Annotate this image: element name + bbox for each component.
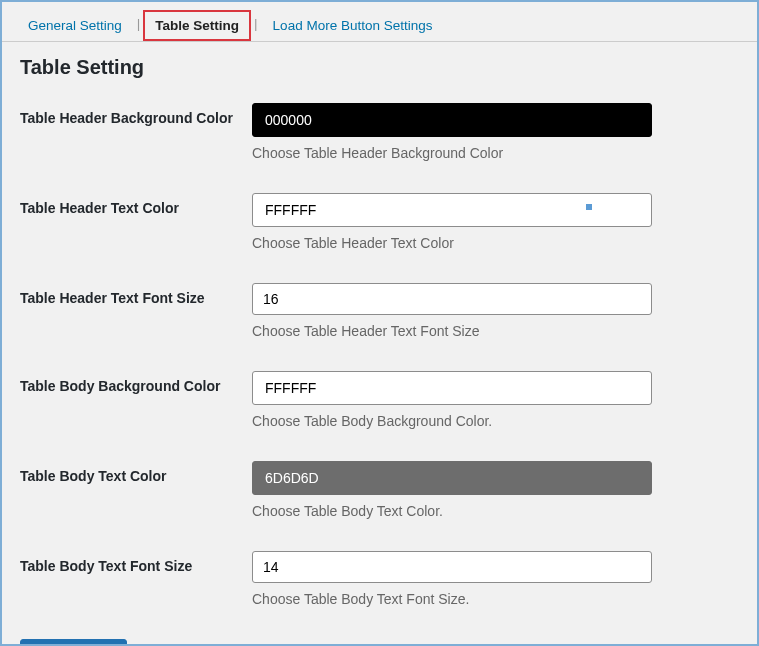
header-font-size-input[interactable] <box>252 283 652 315</box>
settings-panel: General Setting | Table Setting | Load M… <box>2 2 757 646</box>
field-control: Choose Table Header Text Font Size <box>252 283 652 339</box>
field-helper: Choose Table Header Text Font Size <box>252 323 652 339</box>
field-control: Choose Table Body Text Color. <box>252 461 652 519</box>
header-bg-color-input[interactable] <box>252 103 652 137</box>
field-control: Choose Table Header Background Color <box>252 103 652 161</box>
body-bg-color-input[interactable] <box>252 371 652 405</box>
field-label: Table Header Background Color <box>20 103 252 128</box>
field-control: Choose Table Body Text Font Size. <box>252 551 652 607</box>
body-font-size-input[interactable] <box>252 551 652 583</box>
field-helper: Choose Table Body Text Font Size. <box>252 591 652 607</box>
field-control: Choose Table Header Text Color <box>252 193 652 251</box>
field-row-body-bg: Table Body Background Color Choose Table… <box>20 371 739 429</box>
field-row-header-bg: Table Header Background Color Choose Tab… <box>20 103 739 161</box>
input-wrap <box>252 193 652 227</box>
color-indicator-icon <box>586 204 592 210</box>
field-row-body-size: Table Body Text Font Size Choose Table B… <box>20 551 739 607</box>
header-text-color-input[interactable] <box>252 193 652 227</box>
tab-table-setting[interactable]: Table Setting <box>143 10 251 41</box>
field-label: Table Header Text Font Size <box>20 283 252 308</box>
field-control: Choose Table Body Background Color. <box>252 371 652 429</box>
tab-general-setting[interactable]: General Setting <box>16 10 134 41</box>
body-text-color-input[interactable] <box>252 461 652 495</box>
tabs-nav: General Setting | Table Setting | Load M… <box>2 2 757 42</box>
tab-load-more-settings[interactable]: Load More Button Settings <box>261 10 445 41</box>
field-label: Table Body Background Color <box>20 371 252 396</box>
field-helper: Choose Table Body Background Color. <box>252 413 652 429</box>
tab-separator: | <box>251 10 261 41</box>
tab-separator: | <box>134 10 144 41</box>
field-helper: Choose Table Body Text Color. <box>252 503 652 519</box>
field-row-body-text: Table Body Text Color Choose Table Body … <box>20 461 739 519</box>
field-label: Table Body Text Color <box>20 461 252 486</box>
page-title: Table Setting <box>20 56 739 79</box>
field-row-header-text: Table Header Text Color Choose Table Hea… <box>20 193 739 251</box>
field-label: Table Body Text Font Size <box>20 551 252 576</box>
field-label: Table Header Text Color <box>20 193 252 218</box>
save-button[interactable]: Save Setting <box>20 639 127 646</box>
field-row-header-size: Table Header Text Font Size Choose Table… <box>20 283 739 339</box>
content-area: Table Setting Table Header Background Co… <box>2 42 757 646</box>
field-helper: Choose Table Header Background Color <box>252 145 652 161</box>
field-helper: Choose Table Header Text Color <box>252 235 652 251</box>
